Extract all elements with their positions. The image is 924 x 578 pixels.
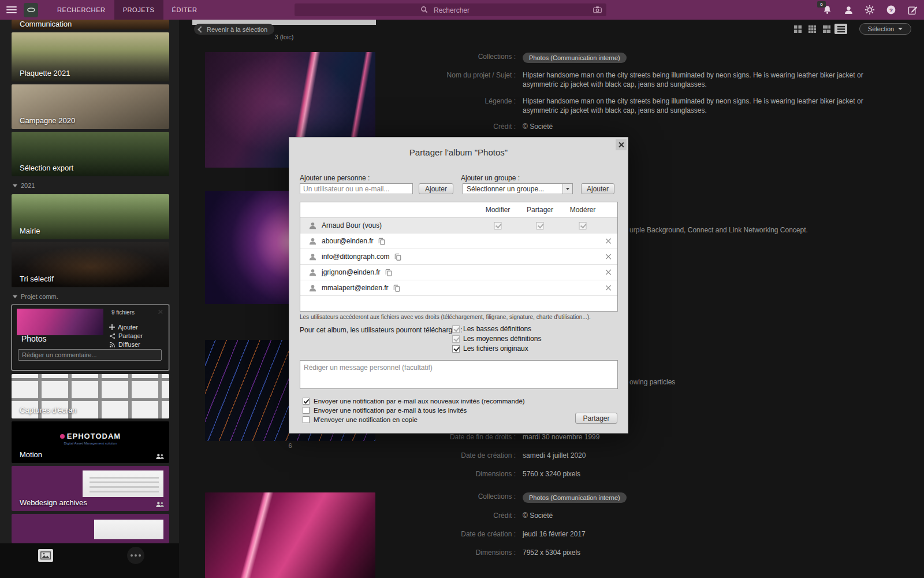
sidebar-item-captures-ecran[interactable]: Captures d'écran bbox=[12, 374, 169, 418]
compose-button[interactable] bbox=[907, 4, 918, 16]
checkbox-label: Envoyer une notification par e-mail à to… bbox=[314, 407, 467, 414]
owner-share-checkbox[interactable] bbox=[536, 222, 544, 229]
notify-copy-to-me-checkbox[interactable] bbox=[303, 416, 310, 423]
add-group-button[interactable]: Ajouter bbox=[581, 183, 614, 194]
nav-editer[interactable]: ÉDITER bbox=[163, 0, 206, 20]
owner-name: Arnaud Bour (vous) bbox=[322, 221, 382, 229]
view-mosaic-button[interactable] bbox=[820, 24, 833, 34]
field-label: Légende : bbox=[370, 97, 523, 106]
nav-projets[interactable]: PROJETS bbox=[114, 0, 163, 20]
logo-brand: EPHOTODAM bbox=[67, 432, 121, 440]
download-option: Les fichiers originaux bbox=[452, 344, 528, 353]
remove-user-button[interactable] bbox=[605, 253, 612, 260]
camera-icon[interactable] bbox=[593, 6, 602, 13]
low-def-checkbox[interactable] bbox=[452, 325, 460, 333]
add-person-button[interactable]: Ajouter bbox=[419, 183, 453, 194]
more-options-button[interactable] bbox=[127, 547, 144, 564]
add-person-input[interactable] bbox=[300, 183, 413, 194]
selection-dropdown-button[interactable]: Sélection bbox=[859, 23, 911, 35]
photo-thumbnail-neon-woman[interactable] bbox=[205, 492, 375, 578]
field-label: Date de fin de droits : bbox=[370, 433, 523, 442]
view-grid-medium-button[interactable] bbox=[806, 24, 818, 34]
field-value: 7952 x 5304 pixels bbox=[523, 549, 580, 558]
sidebar-item-campagne-2020[interactable]: Campagne 2020 bbox=[12, 84, 169, 129]
view-list-button[interactable] bbox=[834, 24, 847, 34]
account-button[interactable] bbox=[843, 4, 854, 16]
image-icon bbox=[40, 551, 51, 560]
notifications-button[interactable]: 6 bbox=[821, 4, 833, 16]
album-add-button[interactable]: Ajouter bbox=[109, 324, 143, 331]
field-label: Crédit : bbox=[370, 512, 523, 521]
sidebar-item-tri-selectif[interactable]: Tri sélectif bbox=[12, 242, 169, 287]
help-button[interactable]: ? bbox=[885, 4, 897, 16]
collection-badge[interactable]: Photos (Communication interne) bbox=[523, 53, 627, 63]
user-icon bbox=[308, 284, 317, 292]
group-select[interactable]: Sélectionner un groupe... bbox=[463, 183, 573, 194]
remove-user-button[interactable] bbox=[605, 269, 612, 276]
sidebar-item-photos-selected[interactable]: 9 fichiers Ajouter Partager bbox=[12, 305, 169, 370]
nav-rechercher[interactable]: RECHERCHER bbox=[49, 0, 114, 20]
sidebar-section-2021[interactable]: 2021 bbox=[13, 182, 35, 189]
checkbox-label: M'envoyer une notification en copie bbox=[314, 416, 418, 423]
copy-icon[interactable] bbox=[378, 238, 385, 245]
album-share-button[interactable]: Partager bbox=[109, 332, 143, 339]
gear-icon bbox=[865, 5, 875, 15]
owner-moderate-checkbox[interactable] bbox=[579, 222, 587, 229]
logo-knot-icon bbox=[26, 5, 36, 15]
notify-new-invitees-checkbox[interactable] bbox=[303, 398, 310, 405]
add-person-label: Ajouter une personne : bbox=[300, 174, 370, 182]
settings-button[interactable] bbox=[864, 4, 875, 16]
app-logo[interactable] bbox=[24, 3, 38, 17]
share-submit-button[interactable]: Partager bbox=[575, 413, 617, 424]
sidebar-item-label: Communication bbox=[20, 20, 72, 28]
sidebar-item-motion[interactable]: EPHOTODAM Digital Asset Management solut… bbox=[12, 421, 169, 463]
metadata-row: Légende : Hipster handsome man on the ci… bbox=[370, 97, 901, 115]
notify-all-invitees-checkbox[interactable] bbox=[303, 407, 310, 414]
sidebar-item-label: Webdesign archives bbox=[20, 498, 87, 507]
sidebar-bottom-bar bbox=[0, 543, 179, 578]
copy-icon[interactable] bbox=[393, 284, 400, 292]
remove-user-button[interactable] bbox=[605, 238, 612, 244]
field-label: Dimensions : bbox=[370, 470, 523, 479]
modal-close-button[interactable] bbox=[616, 139, 627, 150]
close-icon[interactable] bbox=[157, 309, 164, 316]
metadata-row: Collections : Photos (Communication inte… bbox=[370, 53, 901, 63]
original-files-checkbox[interactable] bbox=[452, 345, 460, 353]
table-header: Modifier Partager Modérer bbox=[300, 202, 617, 218]
photo-caption: 6 bbox=[205, 442, 375, 449]
remove-user-button[interactable] bbox=[605, 284, 612, 291]
question-icon: ? bbox=[886, 5, 896, 15]
broadcast-icon bbox=[109, 342, 116, 348]
view-grid-large-button[interactable] bbox=[791, 24, 804, 34]
share-icon bbox=[109, 333, 116, 339]
sidebar-item-mairie[interactable]: Mairie bbox=[12, 194, 169, 239]
media-library-button[interactable] bbox=[38, 549, 53, 562]
checkbox-label: Les fichiers originaux bbox=[463, 344, 528, 353]
copy-icon[interactable] bbox=[385, 269, 392, 276]
sidebar-item-plaquette-2021[interactable]: Plaquette 2021 bbox=[12, 32, 169, 81]
search-input[interactable] bbox=[295, 3, 609, 17]
metadata-row: Date de fin de droits : mardi 30 novembr… bbox=[370, 433, 901, 442]
ephotodam-logo: EPHOTODAM Digital Asset Management solut… bbox=[12, 431, 169, 445]
album-diffuse-button[interactable]: Diffuser bbox=[109, 341, 143, 348]
section-label: 2021 bbox=[21, 182, 35, 189]
field-label: Date de création : bbox=[370, 530, 523, 539]
medium-def-checkbox[interactable] bbox=[452, 335, 460, 343]
user-icon bbox=[308, 237, 317, 246]
metadata-row: Dimensions : 7952 x 5304 pixels bbox=[370, 549, 901, 558]
hamburger-menu-icon[interactable] bbox=[6, 6, 17, 13]
add-group-label: Ajouter un groupe : bbox=[461, 174, 520, 182]
checkbox-label: Les moyennes définitions bbox=[463, 335, 541, 343]
sidebar-item-webdesign-archives[interactable]: Webdesign archives bbox=[12, 466, 169, 511]
owner-modify-checkbox[interactable] bbox=[494, 222, 502, 229]
sidebar-item-partial[interactable] bbox=[12, 514, 169, 543]
sidebar-item-communication[interactable]: Communication bbox=[12, 20, 169, 29]
sidebar-section-projet-comm[interactable]: Projet comm. bbox=[13, 293, 58, 300]
personal-message-textarea[interactable] bbox=[300, 360, 618, 389]
sidebar-item-selection-export[interactable]: Sélection export bbox=[12, 132, 169, 176]
comment-input[interactable] bbox=[18, 349, 162, 361]
thumbnail-caption: 3 (loic) bbox=[192, 34, 376, 40]
topbar-icons: 6 ? bbox=[821, 0, 918, 20]
collection-badge[interactable]: Photos (Communication interne) bbox=[523, 492, 627, 503]
copy-icon[interactable] bbox=[394, 253, 401, 261]
